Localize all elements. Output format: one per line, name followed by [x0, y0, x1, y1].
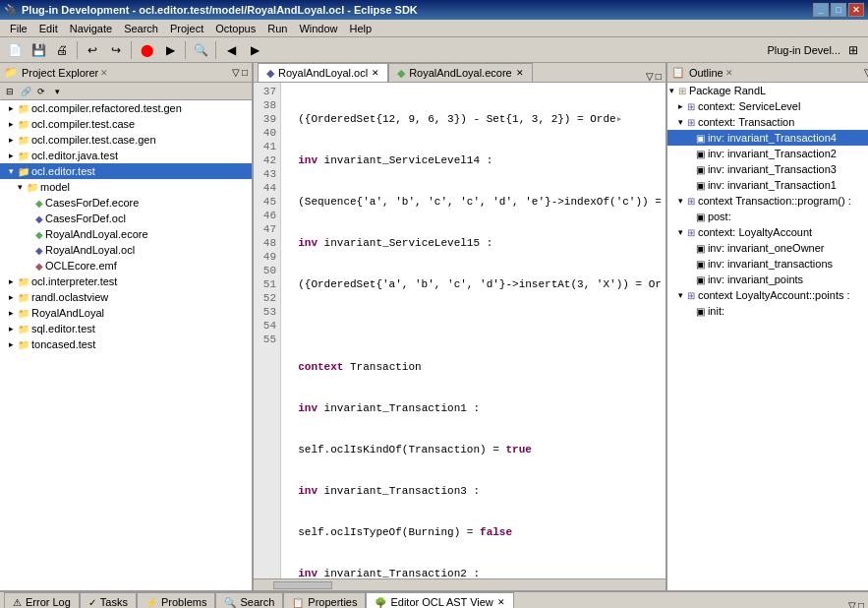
outline-item-7[interactable]: ▾ ⊞ context Transaction::program() :: [667, 193, 868, 209]
outline-item-6[interactable]: ▣ inv: invariant_Transaction1: [667, 177, 868, 193]
pe-maximize-button[interactable]: □: [242, 67, 248, 78]
menu-search[interactable]: Search: [118, 22, 164, 35]
new-button[interactable]: 📄: [4, 40, 26, 60]
outline-item-3[interactable]: ▣ inv: invariant_Transaction4: [667, 130, 868, 146]
search-button[interactable]: 🔍: [190, 40, 211, 60]
bottom-maximize-button[interactable]: □: [858, 600, 864, 608]
bottom-tab-search[interactable]: 🔍 Search: [215, 592, 283, 608]
pe-minimize-button[interactable]: ▽: [232, 67, 240, 78]
editor-minimize-button[interactable]: ▽: [646, 71, 654, 82]
code-area[interactable]: ({OrderedSet{12, 9, 6, 3}) - Set{1, 3, 2…: [281, 83, 665, 578]
tree-item-15[interactable]: ▸ 📁 toncased.test: [0, 336, 252, 352]
tree-item-2[interactable]: ▸ 📁 ocl.compiler.test.case.gen: [0, 132, 252, 148]
outline-item-8[interactable]: ▣ post:: [667, 209, 868, 224]
tree-item-1[interactable]: ▸ 📁 ocl.compiler.test.case: [0, 116, 252, 132]
tree-item-7[interactable]: ◆ CasesForDef.ocl: [0, 211, 252, 226]
editor-tab-0[interactable]: ◆ RoyalAndLoyal.ocl ✕: [258, 63, 388, 82]
pe-menu-button[interactable]: ▾: [49, 85, 65, 98]
inv-icon: ▣: [696, 274, 705, 285]
print-button[interactable]: 🖨: [51, 40, 73, 60]
forward-button[interactable]: ▶: [244, 40, 265, 60]
undo-button[interactable]: ↩: [82, 40, 103, 60]
bottom-tab-ast[interactable]: 🌳 Editor OCL AST View ✕: [366, 592, 513, 608]
tree-item-11[interactable]: ▸ 📁 ocl.interpreter.test: [0, 274, 252, 289]
outline-item-0[interactable]: ▾ ⊞ Package RandL: [667, 83, 868, 98]
tree-item-12[interactable]: ▸ 📁 randl.oclastview: [0, 289, 252, 305]
tree-item-9[interactable]: ◆ RoyalAndLoyal.ocl: [0, 242, 252, 258]
tree-item-3[interactable]: ▸ 📁 ocl.editor.java.test: [0, 148, 252, 163]
back-button[interactable]: ◀: [220, 40, 242, 60]
tree-item-14[interactable]: ▸ 📁 sql.editor.test: [0, 321, 252, 336]
outline-item-2[interactable]: ▾ ⊞ context: Transaction: [667, 114, 868, 130]
outline-item-13[interactable]: ▾ ⊞ context LoyaltyAccount::points :: [667, 287, 868, 303]
bottom-tab-errorlog[interactable]: ⚠ Error Log: [4, 592, 80, 608]
editor-content[interactable]: 3738394041 4243444546 4748495051 5253545…: [254, 83, 665, 578]
menu-file[interactable]: File: [4, 22, 33, 35]
code-line-47: self.oclIsTypeOf(Burning) = false: [285, 525, 662, 539]
code-line-43: context Transaction: [285, 360, 662, 374]
bottom-minimize-button[interactable]: ▽: [848, 600, 856, 608]
outline-item-10[interactable]: ▣ inv: invariant_oneOwner: [667, 240, 868, 256]
scrollbar-thumb[interactable]: [273, 581, 332, 589]
folder-icon: 📁: [18, 276, 29, 287]
minimize-button[interactable]: _: [813, 3, 829, 17]
outline-header: 📋 Outline ✕ ▽ □: [667, 63, 868, 83]
menu-edit[interactable]: Edit: [33, 22, 64, 35]
pe-link-button[interactable]: 🔗: [18, 85, 33, 98]
tab-label: RoyalAndLoyal.ecore: [409, 67, 512, 79]
tab-close[interactable]: ✕: [497, 597, 505, 607]
save-button[interactable]: 💾: [28, 40, 49, 60]
tree-item-label: RoyalAndLoyal.ecore: [45, 228, 148, 240]
init-icon: ▣: [696, 306, 705, 317]
close-button[interactable]: ✕: [848, 3, 864, 17]
bottom-tab-tasks[interactable]: ✓ Tasks: [80, 592, 137, 608]
package-icon: ⊞: [678, 86, 686, 96]
run-button[interactable]: ▶: [159, 40, 181, 60]
debug-button[interactable]: ⬤: [136, 40, 157, 60]
tree-item-10[interactable]: ◆ OCLEcore.emf: [0, 258, 252, 274]
outline-item-11[interactable]: ▣ inv: invariant_transactions: [667, 256, 868, 272]
tree-item-4[interactable]: ▾ 📁 ocl.editor.test: [0, 163, 252, 179]
tree-item-6[interactable]: ◆ CasesForDef.ecore: [0, 195, 252, 211]
tree-item-8[interactable]: ◆ RoyalAndLoyal.ecore: [0, 226, 252, 242]
maximize-button[interactable]: □: [831, 3, 846, 17]
menu-run[interactable]: Run: [261, 22, 293, 35]
tree-item-13[interactable]: ▸ 📁 RoyalAndLoyal: [0, 305, 252, 321]
ecore-icon: ◆: [35, 198, 43, 209]
outline-content[interactable]: ▾ ⊞ Package RandL ▸ ⊞ context: ServiceLe…: [667, 83, 868, 590]
outline-item-9[interactable]: ▾ ⊞ context: LoyaltyAccount: [667, 224, 868, 240]
tree-item-0[interactable]: ▸ 📁 ocl.compiler.refactored.test.gen: [0, 100, 252, 116]
bottom-tab-properties[interactable]: 📋 Properties: [283, 592, 366, 608]
menu-navigate[interactable]: Navigate: [64, 22, 118, 35]
menu-project[interactable]: Project: [164, 22, 209, 35]
project-explorer-content[interactable]: ▸ 📁 ocl.compiler.refactored.test.gen ▸ 📁…: [0, 100, 252, 590]
perspective-button[interactable]: ⊞: [842, 40, 864, 60]
code-line-41: ({OrderedSet{'a', 'b', 'c', 'd'}->insert…: [285, 277, 662, 291]
pe-collapse-button[interactable]: ⊟: [2, 85, 18, 98]
tab-close[interactable]: ✕: [516, 68, 524, 78]
post-icon: ▣: [696, 212, 705, 222]
editor-tab-1[interactable]: ◆ RoyalAndLoyal.ecore ✕: [388, 63, 533, 82]
pe-sync-button[interactable]: ⟳: [33, 85, 49, 98]
outline-item-14[interactable]: ▣ init:: [667, 303, 868, 319]
editor-scrollbar[interactable]: [254, 578, 665, 590]
context-icon: ⊞: [687, 227, 695, 238]
tree-item-5[interactable]: ▾ 📁 model: [0, 179, 252, 195]
folder-icon: 📁: [18, 135, 29, 146]
properties-icon: 📋: [292, 597, 304, 608]
outline-item-4[interactable]: ▣ inv: invariant_Transaction2: [667, 146, 868, 161]
tab-close[interactable]: ✕: [372, 68, 379, 78]
bottom-tab-problems[interactable]: ⚡ Problems: [137, 592, 215, 608]
redo-button[interactable]: ↪: [105, 40, 127, 60]
outline-item-1[interactable]: ▸ ⊞ context: ServiceLevel: [667, 98, 868, 114]
outline-minimize-button[interactable]: ▽: [864, 67, 868, 78]
inv-icon: ▣: [696, 243, 705, 254]
outline-item-12[interactable]: ▣ inv: invariant_points: [667, 272, 868, 287]
menu-octopus[interactable]: Octopus: [209, 22, 261, 35]
menu-window[interactable]: Window: [293, 22, 343, 35]
editor-maximize-button[interactable]: □: [656, 71, 662, 82]
outline-item-5[interactable]: ▣ inv: invariant_Transaction3: [667, 161, 868, 177]
main-area: 📁 Project Explorer ✕ ▽ □ ⊟ 🔗 ⟳ ▾ ▸ 📁 ocl…: [0, 63, 868, 590]
menu-help[interactable]: Help: [344, 22, 378, 35]
outline-label: context LoyaltyAccount::points :: [698, 289, 850, 301]
